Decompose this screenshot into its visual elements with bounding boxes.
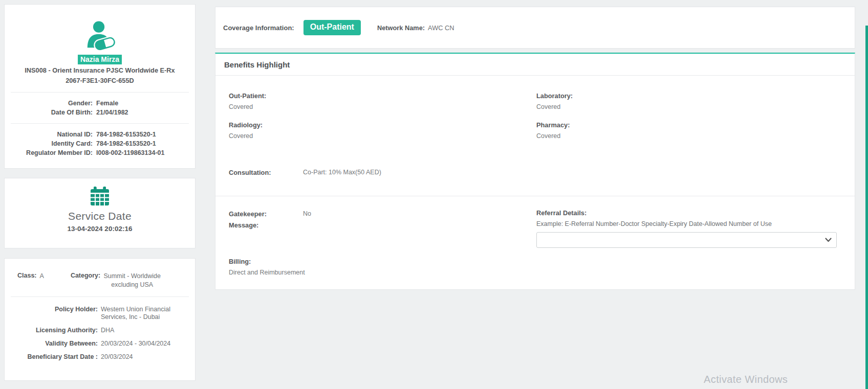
beneficiary-start-date-label: Beneficiary Start Date : [5,353,98,361]
licensing-authority-label: Licensing Authority: [5,327,98,334]
billing-block: Billing: Direct and Reimbursement [229,258,536,276]
network-name-label: Network Name: [377,24,425,32]
member-ids: National ID: 784-1982-6153520-1 Identity… [5,131,195,156]
class-value: A [40,272,44,289]
gender-label: Gender: [5,100,93,107]
policy-info-card: Class: A Category: Summit - Worldwide ex… [4,258,196,381]
calendar-icon [5,186,195,208]
consultation-value: Co-Part: 10% Max(50 AED) [303,169,381,176]
member-card-number: 2067-F3E1-30FC-655D [5,77,195,85]
validity-between-value: 20/03/2024 - 30/04/2024 [101,340,193,348]
benefits-highlight-panel: Benefits Highlight Out-Patient: Covered … [215,53,855,290]
dob-value: 21/04/1982 [96,109,192,116]
referral-details-label: Referral Details: [536,209,841,217]
consultation-row: Consultation: Co-Part: 10% Max(50 AED) [229,169,841,176]
main-content: Coverage Information: Out-Patient Networ… [215,7,855,290]
licensing-authority-value: DHA [101,327,193,334]
benefits-coverage-grid: Out-Patient: Covered Radiology: Covered … [229,92,841,150]
policy-holder-label: Policy Holder: [5,306,98,321]
laboratory-label: Laboratory: [536,92,841,100]
benefits-bottom-grid: Gatekeeper: No Message: Billing: Direct … [229,210,841,276]
pharmacy-value: Covered [536,132,841,140]
coverage-information-label: Coverage Information: [223,24,294,32]
benefits-highlight-title: Benefits Highlight [224,60,290,69]
divider [11,296,189,297]
radiology-label: Radiology: [229,121,536,129]
validity-between-label: Validity Between: [5,340,98,348]
coverage-type-badge: Out-Patient [303,20,361,35]
message-row: Message: [229,221,536,229]
member-info-card: Nazia Mirza INS008 - Orient Insurance PJ… [4,4,196,169]
radiology-value: Covered [229,132,536,140]
referral-details-select[interactable] [536,232,837,248]
regulator-member-id-value: I008-002-119863134-01 [96,149,192,156]
network-name-value: AWC CN [428,24,454,32]
benefit-laboratory: Laboratory: Covered [536,92,841,110]
benefits-highlight-body: Out-Patient: Covered Radiology: Covered … [215,76,855,289]
gatekeeper-row: Gatekeeper: No [229,210,536,218]
regulator-member-id-label: Regulator Member ID: [5,149,93,156]
referral-select-wrap [536,232,837,248]
dob-label: Date Of Birth: [5,109,93,116]
service-date-title: Service Date [5,210,195,222]
laboratory-value: Covered [536,103,841,110]
service-date-value: 13-04-2024 20:02:16 [5,225,195,233]
billing-value: Direct and Reimbursement [229,269,536,276]
member-name: Nazia Mirza [78,55,122,64]
policy-holder-value: Western Union Financial Services, Inc - … [101,306,193,321]
identity-card-value: 784-1982-6153520-1 [96,140,192,147]
activate-windows-watermark: Activate Windows [704,374,788,385]
consultation-label: Consultation: [229,169,303,176]
beneficiary-start-date-value: 20/03/2024 [101,353,193,361]
divider [11,123,189,124]
benefits-highlight-header: Benefits Highlight [215,54,855,76]
out-patient-label: Out-Patient: [229,92,536,100]
pharmacy-label: Pharmacy: [536,121,841,129]
national-id-label: National ID: [5,131,93,138]
gatekeeper-value: No [303,210,311,218]
divider [11,92,189,93]
member-plan-name: INS008 - Orient Insurance PJSC Worldwide… [5,66,195,75]
benefit-pharmacy: Pharmacy: Covered [536,121,841,140]
class-label: Class: [17,272,37,289]
policy-details: Policy Holder: Western Union Financial S… [5,306,195,361]
member-sidebar: Nazia Mirza INS008 - Orient Insurance PJ… [4,4,196,381]
category-label: Category: [71,272,100,289]
billing-label: Billing: [229,258,536,265]
class-category-row: Class: A Category: Summit - Worldwide ex… [5,272,195,289]
out-patient-value: Covered [229,103,536,110]
category-value: Summit - Worldwide excluding USA [103,272,161,289]
identity-card-label: Identity Card: [5,140,93,147]
member-demographics: Gender: Female Date Of Birth: 21/04/1982 [5,100,195,116]
scrollbar[interactable] [865,26,868,389]
gatekeeper-label: Gatekeeper: [229,210,303,218]
divider [215,196,855,196]
service-date-card: Service Date 13-04-2024 20:02:16 [4,178,196,248]
referral-example-text: Example: E-Referral Number-Doctor Specia… [536,220,841,227]
member-avatar-icon [5,20,195,54]
benefit-out-patient: Out-Patient: Covered [229,92,536,110]
coverage-info-bar: Coverage Information: Out-Patient Networ… [215,7,855,49]
message-label: Message: [229,221,303,229]
gender-value: Female [96,100,192,107]
national-id-value: 784-1982-6153520-1 [96,131,192,138]
benefit-radiology: Radiology: Covered [229,121,536,140]
